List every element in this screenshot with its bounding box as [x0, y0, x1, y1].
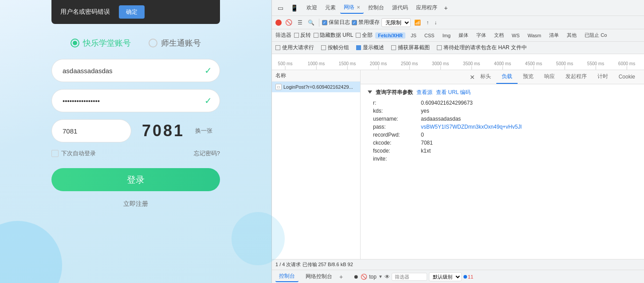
filter-document[interactable]: 文档 [491, 31, 507, 39]
console-filter-input[interactable] [392, 273, 427, 281]
detail-tab-payload[interactable]: 负载 [496, 70, 518, 84]
wifi-icon[interactable]: 📶 [412, 19, 423, 27]
console-eye-icon[interactable]: 👁 [385, 274, 390, 280]
auto-login-option[interactable]: 下次自动登录 [51, 149, 96, 157]
console-block-icon[interactable]: 🚫 [361, 274, 367, 280]
upload-icon[interactable]: ↑ [424, 19, 431, 27]
view-source-link[interactable]: 查看源 [416, 89, 432, 96]
filter-ws[interactable]: WS [509, 32, 522, 39]
console-tab-button[interactable]: 控制台 [275, 271, 298, 282]
hide-data-url-option[interactable]: 隐藏数据 URL [314, 31, 353, 39]
filter-all-option[interactable]: 全部 [356, 31, 373, 39]
filter-blocked[interactable]: 已阻止 Co [582, 31, 609, 39]
detail-tab-cookies[interactable]: Cookie [613, 71, 640, 83]
capture-screenshot-checkbox[interactable] [391, 45, 396, 50]
username-input[interactable] [51, 59, 220, 82]
throttle-select[interactable]: 无限制 [381, 18, 411, 27]
radio-circle-2 [149, 39, 157, 47]
param-value-recordpwd: 0 [421, 132, 424, 138]
filter-manifest[interactable]: 清单 [546, 31, 562, 39]
filter-css[interactable]: CSS [422, 32, 437, 39]
filter-media[interactable]: 媒体 [456, 31, 471, 39]
detail-tab-headers[interactable]: 标头 [475, 70, 496, 84]
filter-img[interactable]: Img [440, 32, 453, 39]
forgot-password-link[interactable]: 忘记密码? [194, 149, 220, 157]
tick-1500: 1500 ms [339, 61, 356, 70]
tab-network[interactable]: 网络 ✕ [340, 2, 364, 14]
clear-icon[interactable]: ☰ [296, 19, 304, 27]
devtools-icon-screen[interactable]: ▭ [275, 3, 286, 13]
record-icon[interactable] [275, 20, 282, 26]
tab-application[interactable]: 应用程序 [412, 2, 441, 13]
preserve-log-checkbox[interactable] [322, 20, 327, 25]
large-rows-option[interactable]: 使用大请求行 [275, 44, 314, 51]
radio-option-2[interactable]: 师生通账号 [149, 38, 201, 48]
add-tab-button[interactable]: + [339, 273, 343, 280]
captcha-input[interactable] [51, 119, 131, 142]
preserve-log-option[interactable]: 保留日志 [322, 19, 350, 26]
detail-tab-initiator[interactable]: 发起程序 [560, 70, 592, 84]
tick-4000: 4000 ms [494, 61, 511, 70]
detail-tab-preview[interactable]: 预览 [518, 70, 539, 84]
request-item[interactable]: □ LoginPost?r=0.609402162429... [272, 82, 360, 92]
bg-circle-right [232, 212, 285, 265]
account-type-row: 快乐学堂账号 师生通账号 [71, 38, 201, 48]
large-rows-checkbox[interactable] [275, 45, 280, 50]
confirm-button[interactable]: 确定 [119, 5, 145, 19]
filter-all-checkbox[interactable] [356, 33, 361, 38]
stop-recording-icon[interactable]: 🚫 [283, 18, 294, 27]
captcha-refresh-button[interactable]: 换一张 [195, 127, 212, 135]
tab-elements[interactable]: 元素 [322, 2, 339, 13]
tab-console[interactable]: 控制台 [365, 2, 388, 13]
tab-add-button[interactable]: + [442, 3, 450, 13]
devtools-content: 名称 □ LoginPost?r=0.609402162429... ✕ 标头 … [272, 70, 644, 259]
devtools-console-bar: 控制台 网络控制台 + ⏺ 🚫 top ▼ 👁 默认级别 11 [272, 270, 644, 283]
detail-tab-response[interactable]: 响应 [539, 70, 560, 84]
log-level-select[interactable]: 默认级别 [429, 272, 462, 281]
request-list-header: 名称 [272, 70, 360, 82]
filter-other[interactable]: 其他 [564, 31, 579, 39]
filter-wasm[interactable]: Wasm [525, 32, 544, 39]
view-url-link[interactable]: 查看 URL 编码 [436, 89, 471, 96]
auto-login-checkbox[interactable] [51, 150, 59, 157]
include-har-option[interactable]: 将待处理的请求包含在 HAR 文件中 [437, 44, 527, 51]
tab-network-close[interactable]: ✕ [357, 5, 360, 10]
tab-sources[interactable]: 源代码 [389, 2, 412, 13]
error-count-badge[interactable]: 11 [463, 274, 473, 279]
capture-screenshot-option[interactable]: 捕获屏幕截图 [391, 44, 430, 51]
param-key-username: username: [373, 116, 417, 122]
filter-font[interactable]: 字体 [474, 31, 489, 39]
top-arrow-icon[interactable]: ▼ [378, 274, 383, 279]
hide-data-url-checkbox[interactable] [314, 33, 318, 38]
disable-cache-option[interactable]: 禁用缓存 [352, 19, 380, 26]
username-check-icon: ✓ [204, 65, 212, 76]
download-icon[interactable]: ↓ [432, 19, 439, 27]
radio-option-1[interactable]: 快乐学堂账号 [71, 38, 131, 48]
invert-option[interactable]: 反转 [294, 31, 311, 39]
filter-js[interactable]: JS [408, 32, 419, 39]
param-key-fscode: fscode: [373, 148, 417, 154]
filter-all-label: 全部 [362, 31, 373, 39]
login-button[interactable]: 登录 [51, 168, 220, 191]
group-by-frame-option[interactable]: 按帧分组 [321, 44, 349, 51]
console-record-icon[interactable]: ⏺ [353, 274, 359, 280]
register-link[interactable]: 立即注册 [123, 200, 148, 208]
tab-welcome[interactable]: 欢迎 [303, 2, 321, 13]
show-overview-option[interactable]: 显示概述 [356, 44, 384, 51]
detail-close-button[interactable]: ✕ [470, 74, 475, 81]
error-notification: 用户名或密码错误 确定 [51, 0, 220, 24]
disable-cache-checkbox[interactable] [352, 20, 357, 25]
devtools-icon-phone[interactable]: 📱 [288, 3, 300, 13]
password-input[interactable] [51, 89, 220, 112]
network-console-tab-button[interactable]: 网络控制台 [302, 271, 336, 282]
tick-2500: 2500 ms [401, 61, 418, 70]
invert-checkbox[interactable] [294, 33, 299, 38]
search-icon[interactable]: 🔍 [306, 19, 316, 27]
include-har-checkbox[interactable] [437, 45, 442, 50]
param-value-username: asdaassadasdas [421, 116, 461, 122]
show-overview-checkbox[interactable] [356, 45, 361, 50]
filter-fetch-xhr[interactable]: Fetch/XHR [375, 32, 405, 39]
detail-tab-timing[interactable]: 计时 [592, 70, 613, 84]
params-toggle-icon[interactable] [368, 90, 372, 95]
group-by-frame-checkbox[interactable] [321, 45, 326, 50]
